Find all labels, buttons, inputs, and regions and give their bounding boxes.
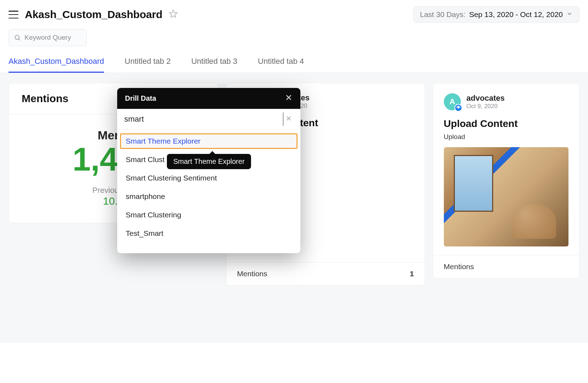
drill-result-item[interactable]: Smart Theme Explorer — [120, 133, 298, 149]
feed-post-excerpt: Upload — [444, 133, 568, 141]
drill-results-list: Smart Theme Explorer Smart Clust Smart C… — [117, 130, 300, 253]
tab-untitled-3[interactable]: Untitled tab 3 — [191, 52, 238, 73]
drill-result-item[interactable]: Test_Smart — [117, 224, 300, 243]
tab-untitled-2[interactable]: Untitled tab 2 — [125, 52, 171, 73]
search-icon — [14, 34, 21, 41]
close-icon[interactable] — [285, 94, 293, 103]
drill-title: Drill Data — [125, 94, 156, 102]
feed-post-excerpt: t — [294, 132, 414, 140]
feed-footer-count: 1 — [410, 270, 414, 278]
feed-item-head: A advocates Oct 9, 2020 — [444, 93, 568, 110]
broadcast-badge-icon — [454, 104, 462, 112]
drill-input-row — [117, 109, 300, 130]
feed-post-date: Oct 9, 2020 — [467, 103, 505, 110]
feed-post-title: Upload Content — [444, 118, 568, 129]
page-title: Akash_Custom_Dashboard — [25, 9, 162, 21]
svg-marker-0 — [170, 10, 178, 17]
feed-author-block: advocates Oct 9, 2020 — [467, 94, 505, 110]
feed-card-footer: Mentions — [433, 255, 579, 278]
app-header: Akash_Custom_Dashboard Last 30 Days: Sep… — [0, 0, 588, 23]
tabs-row: Akash_Custom_Dashboard Untitled tab 2 Un… — [0, 52, 588, 73]
feed-footer-label: Mentions — [444, 262, 474, 271]
feed-footer-label: Mentions — [237, 270, 267, 278]
feed-post-title: ntent — [294, 117, 414, 129]
avatar[interactable]: A — [444, 93, 461, 110]
keyword-query-placeholder: Keyword Query — [24, 34, 71, 41]
feed-card-footer: Mentions 1 — [227, 262, 425, 285]
menu-icon[interactable] — [9, 11, 18, 18]
feed-card-right: A advocates Oct 9, 2020 Upload Content U… — [433, 83, 579, 278]
svg-point-3 — [458, 107, 459, 109]
keyword-query-input[interactable]: Keyword Query — [9, 29, 87, 46]
drill-data-popover: Drill Data Smart Theme Explorer Smart Cl… — [117, 88, 300, 253]
drill-result-item[interactable]: smartphone — [117, 187, 300, 206]
feed-body: A advocates Oct 9, 2020 Upload Content U… — [433, 83, 579, 246]
drill-result-item[interactable]: Smart Clustering Sentiment — [117, 169, 300, 187]
drill-search-input[interactable] — [124, 112, 283, 126]
feed-item-head: ates 2020 — [294, 93, 414, 110]
date-range-label: Last 30 Days: — [420, 10, 466, 19]
tab-akash-custom-dashboard[interactable]: Akash_Custom_Dashboard — [9, 52, 104, 73]
header-left: Akash_Custom_Dashboard — [9, 9, 178, 21]
query-row: Keyword Query — [0, 23, 588, 52]
favorite-star-icon[interactable] — [169, 9, 178, 20]
clear-input-icon[interactable] — [283, 113, 294, 125]
date-range-picker[interactable]: Last 30 Days: Sep 13, 2020 - Oct 12, 202… — [413, 6, 579, 23]
tab-untitled-4[interactable]: Untitled tab 4 — [258, 52, 304, 73]
chevron-down-icon — [566, 10, 573, 19]
drill-header: Drill Data — [117, 88, 300, 109]
drill-result-item[interactable]: Smart Clustering — [117, 206, 300, 224]
avatar-letter: A — [450, 97, 455, 106]
feed-author-name: advocates — [467, 94, 505, 103]
svg-line-2 — [19, 39, 20, 40]
svg-point-1 — [15, 35, 19, 39]
feed-post-image[interactable] — [444, 147, 568, 246]
drill-item-tooltip: Smart Theme Explorer — [167, 154, 251, 169]
date-range-value: Sep 13, 2020 - Oct 12, 2020 — [469, 10, 563, 19]
